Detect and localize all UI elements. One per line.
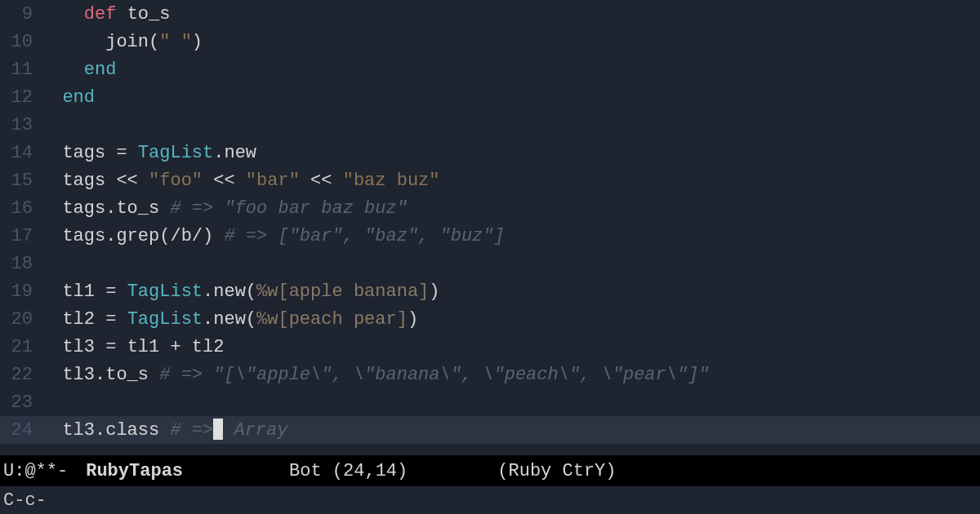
line-number: 21 bbox=[0, 337, 38, 357]
code-line[interactable]: 15 tags << "foo" << "bar" << "baz buz" bbox=[0, 166, 980, 194]
modeline: U:@**- RubyTapas Bot (24,14) (Ruby CtrY) bbox=[0, 455, 980, 486]
code-content[interactable]: tl1 = TagList.new(%w[apple banana]) bbox=[38, 281, 440, 302]
line-number: 12 bbox=[0, 87, 38, 108]
code-line[interactable]: 11 end bbox=[0, 55, 980, 83]
code-content[interactable]: end bbox=[38, 60, 116, 80]
code-line[interactable]: 19 tl1 = TagList.new(%w[apple banana]) bbox=[0, 277, 980, 305]
code-line[interactable]: 22 tl3.to_s # => "[\"apple\", \"banana\"… bbox=[0, 361, 980, 388]
line-number: 18 bbox=[0, 254, 38, 274]
code-content[interactable]: join(" ") bbox=[38, 32, 203, 52]
line-number: 13 bbox=[0, 115, 38, 135]
text-cursor bbox=[213, 419, 223, 440]
code-content[interactable]: def to_s bbox=[38, 4, 170, 24]
code-content[interactable]: tl3.class # => Array bbox=[38, 419, 287, 441]
line-number: 14 bbox=[0, 143, 38, 163]
code-line-current[interactable]: 24 tl3.class # => Array bbox=[0, 416, 980, 444]
code-editor[interactable]: 9 def to_s 10 join(" ") 11 end 12 end 13… bbox=[0, 0, 980, 455]
modeline-mode: (Ruby CtrY) bbox=[497, 461, 616, 481]
code-content[interactable]: end bbox=[38, 87, 95, 108]
modeline-status: U:@**- bbox=[3, 461, 68, 481]
line-number: 11 bbox=[0, 60, 38, 80]
line-number: 19 bbox=[0, 281, 38, 302]
code-line[interactable]: 18 bbox=[0, 250, 980, 277]
code-content[interactable]: tl3.to_s # => "[\"apple\", \"banana\", \… bbox=[38, 365, 710, 385]
code-line[interactable]: 16 tags.to_s # => "foo bar baz buz" bbox=[0, 194, 980, 222]
code-line[interactable]: 20 tl2 = TagList.new(%w[peach pear]) bbox=[0, 305, 980, 333]
code-content[interactable]: tags << "foo" << "bar" << "baz buz" bbox=[38, 171, 440, 191]
line-number: 24 bbox=[0, 420, 38, 441]
code-line[interactable]: 21 tl3 = tl1 + tl2 bbox=[0, 333, 980, 361]
line-number: 17 bbox=[0, 226, 38, 246]
minibuffer[interactable]: C-c- bbox=[0, 486, 980, 514]
line-number: 9 bbox=[0, 4, 38, 24]
modeline-position: Bot (24,14) bbox=[289, 461, 408, 481]
code-line[interactable]: 12 end bbox=[0, 83, 980, 111]
line-number: 16 bbox=[0, 198, 38, 219]
minibuffer-text: C-c- bbox=[3, 490, 47, 511]
line-number: 15 bbox=[0, 171, 38, 191]
code-line[interactable]: 14 tags = TagList.new bbox=[0, 139, 980, 166]
line-number: 22 bbox=[0, 365, 38, 385]
modeline-buffer-name: RubyTapas bbox=[86, 461, 183, 481]
line-number: 23 bbox=[0, 392, 38, 413]
code-line[interactable]: 10 join(" ") bbox=[0, 28, 980, 55]
code-content[interactable]: tl2 = TagList.new(%w[peach pear]) bbox=[38, 309, 418, 330]
code-content[interactable]: tags.grep(/b/) # => ["bar", "baz", "buz"… bbox=[38, 226, 505, 246]
code-content[interactable]: tl3 = tl1 + tl2 bbox=[38, 337, 224, 357]
code-line[interactable]: 17 tags.grep(/b/) # => ["bar", "baz", "b… bbox=[0, 222, 980, 250]
code-content[interactable]: tags.to_s # => "foo bar baz buz" bbox=[38, 198, 408, 219]
line-number: 10 bbox=[0, 32, 38, 52]
code-line[interactable]: 9 def to_s bbox=[0, 0, 980, 28]
code-line[interactable]: 23 bbox=[0, 388, 980, 416]
code-content[interactable]: tags = TagList.new bbox=[38, 143, 256, 163]
code-line[interactable]: 13 bbox=[0, 111, 980, 139]
line-number: 20 bbox=[0, 309, 38, 330]
